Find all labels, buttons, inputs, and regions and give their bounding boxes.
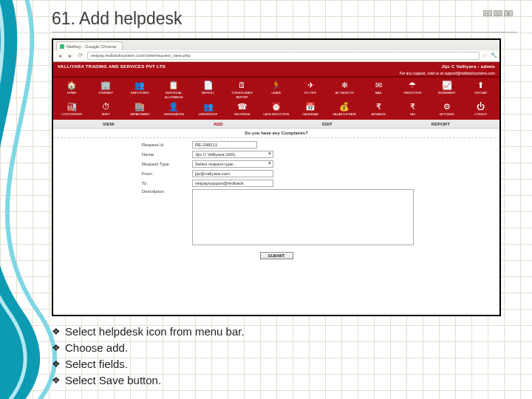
textarea-description[interactable]	[192, 189, 414, 245]
tab-add[interactable]: ADD	[191, 122, 245, 126]
nav-item-settings[interactable]: ⚙SETTINGS	[433, 101, 461, 117]
nav-label: SHIFT	[101, 112, 110, 117]
nav-label: PAYROLL	[202, 91, 215, 95]
nav-label: COMPANY	[98, 91, 113, 95]
employees-icon: 👥	[134, 80, 145, 90]
nav-item-usergroup[interactable]: 👥USERGROUP	[194, 101, 222, 117]
tab-edit[interactable]: EDIT	[300, 122, 355, 126]
nav-item-home[interactable]: 🏠HOME	[58, 80, 86, 100]
tax-icon: ₹	[407, 101, 417, 112]
company-name: VALLIYARA TRADING AND SERVICES PVT LTD	[58, 64, 166, 69]
nav-item-costcenter[interactable]: 🏭COSTCENTER	[58, 101, 86, 117]
nav-item-mail[interactable]: ✉MAIL	[364, 80, 392, 100]
department-icon: 🏬	[134, 101, 145, 112]
label-name: Name	[142, 152, 183, 157]
nav-item-helpdesk[interactable]: ☎HELPDESK	[228, 101, 256, 117]
browser-tab[interactable]: NetKey - Google Chrome	[56, 41, 123, 50]
nav-label: INDIVIDUAL ALLOWANCE	[160, 91, 188, 100]
nav-label: TAX	[410, 112, 415, 117]
nav-item-designation[interactable]: 👤DESIGNATION	[160, 101, 188, 117]
nav-item-individual-allowance[interactable]: 📋INDIVIDUAL ALLOWANCE	[160, 80, 188, 100]
label-description: Description	[142, 189, 183, 194]
bullet-list: Select helpdesk icon from menu bar.Choos…	[52, 324, 517, 389]
tab-view[interactable]: VIEW	[81, 122, 136, 126]
nav-label: MAIL	[375, 91, 382, 95]
form-heading: Do you have any Complaints?	[53, 129, 499, 138]
calendar-icon: 📅	[305, 101, 316, 112]
label-to: To	[142, 181, 183, 185]
nav-label: LATE DEDUCTION	[264, 112, 290, 117]
address-bar[interactable]: netpay.redbacksystem.com/view/request_vi…	[87, 52, 480, 60]
input-to[interactable]: netpaysupport@redback	[192, 180, 273, 187]
app-screenshot: — ▢ ✕ NetKey - Google Chrome ◄ ► ⟳ netpa…	[52, 38, 501, 316]
mail-icon: ✉	[373, 80, 383, 90]
payroll-icon: 📄	[203, 80, 214, 90]
nav-label: LEAVE	[272, 91, 282, 95]
nav-label: LOGOUT	[474, 112, 487, 117]
main-nav: 🏠HOME🏢COMPANY👥EMPLOYEES📋INDIVIDUAL ALLOW…	[53, 78, 499, 120]
late-deduction-icon: ⏰	[271, 101, 282, 112]
nav-label: SALARYUPDATE	[332, 112, 356, 117]
nav-item-logout[interactable]: ⏻LOGOUT	[467, 101, 495, 117]
nav-label: INCREMENT	[438, 91, 456, 95]
forward-icon[interactable]: ►	[66, 52, 74, 59]
nav-item-ac-objects[interactable]: ❄AC OBJECTS	[330, 80, 358, 100]
nav-item-company[interactable]: 🏢COMPANY	[92, 80, 120, 100]
browser-tab-title: NetKey - Google Chrome	[66, 44, 116, 49]
company-icon: 🏢	[100, 80, 111, 90]
nav-item-employees[interactable]: 👥EMPLOYEES	[126, 80, 154, 100]
app-header: VALLIYARA TRADING AND SERVICES PVT LTD J…	[53, 62, 499, 71]
nav-label: FLY OFF	[304, 91, 316, 95]
nav-item-deduction[interactable]: ☂DEDUCTION	[398, 80, 426, 100]
nav-item-calendar[interactable]: 📅CALENDAR	[296, 101, 324, 117]
tab-report[interactable]: REPORT	[409, 122, 472, 126]
user-label: Jijo C Valliyara - admin	[441, 64, 495, 69]
submit-button[interactable]: SUBMIT	[260, 252, 293, 259]
nav-item-advance[interactable]: ₹ADVANCE	[364, 101, 392, 117]
individual-allowance-icon: 📋	[168, 80, 179, 90]
nav-item-leave[interactable]: 🏃LEAVE	[262, 80, 290, 100]
nav-item-shift[interactable]: ⏱SHIFT	[92, 101, 120, 117]
bullet-item: Select Save button.	[52, 372, 517, 389]
settings-icon: ⚙	[442, 101, 452, 112]
select-request-type[interactable]: Select request type..	[192, 160, 273, 168]
nav-item-late-deduction[interactable]: ⏰LATE DEDUCTION	[262, 101, 290, 117]
form-area: Do you have any Complaints? Request Id R…	[53, 129, 499, 259]
nav-label: USERGROUP	[199, 112, 218, 117]
wrench-icon[interactable]: 🔧	[491, 52, 497, 58]
label-from: From	[142, 171, 183, 176]
input-from[interactable]: jijo@valiyara.com	[192, 170, 273, 177]
nav-label: DEPARTMENT	[130, 112, 150, 117]
nav-item-department[interactable]: 🏬DEPARTMENT	[126, 101, 154, 117]
favicon-icon	[60, 44, 64, 49]
support-line: For any support, mail us at support@redb…	[53, 71, 499, 78]
nav-item-upload[interactable]: ⬆UPLOAD	[467, 80, 495, 100]
ac-objects-icon: ❄	[339, 80, 349, 90]
bullet-item: Choose add.	[52, 340, 517, 356]
star-icon[interactable]: ☆	[482, 52, 488, 58]
sub-tabs: VIEW ADD EDIT REPORT	[53, 120, 499, 129]
select-name[interactable]: Jijo C Valliyara-1001	[192, 151, 273, 158]
nav-label: UPLOAD	[475, 91, 487, 95]
consolidate-report-icon: 🗓	[237, 80, 248, 90]
nav-item-increment[interactable]: 📈INCREMENT	[433, 80, 461, 100]
reload-icon[interactable]: ⟳	[77, 52, 84, 59]
leave-icon: 🏃	[271, 80, 282, 90]
advance-icon: ₹	[373, 101, 383, 112]
nav-item-fly-off[interactable]: ✈FLY OFF	[296, 80, 324, 100]
nav-item-consolidate-report[interactable]: 🗓CONSOLIDATE REPORT	[228, 80, 256, 100]
nav-item-salaryupdate[interactable]: 💰SALARYUPDATE	[330, 101, 358, 117]
back-icon[interactable]: ◄	[56, 52, 64, 59]
browser-chrome: — ▢ ✕ NetKey - Google Chrome ◄ ► ⟳ netpa…	[53, 40, 499, 62]
usergroup-icon: 👥	[203, 101, 214, 112]
nav-label: HELPDESK	[234, 112, 250, 117]
nav-item-payroll[interactable]: 📄PAYROLL	[194, 80, 222, 100]
increment-icon: 📈	[442, 80, 452, 90]
costcenter-icon: 🏭	[66, 101, 77, 112]
label-request-id: Request Id	[142, 143, 183, 147]
designation-icon: 👤	[168, 101, 179, 112]
helpdesk-icon: ☎	[237, 101, 248, 112]
nav-label: ADVANCE	[372, 112, 386, 117]
nav-item-tax[interactable]: ₹TAX	[398, 101, 426, 117]
nav-label: SETTINGS	[440, 112, 454, 117]
